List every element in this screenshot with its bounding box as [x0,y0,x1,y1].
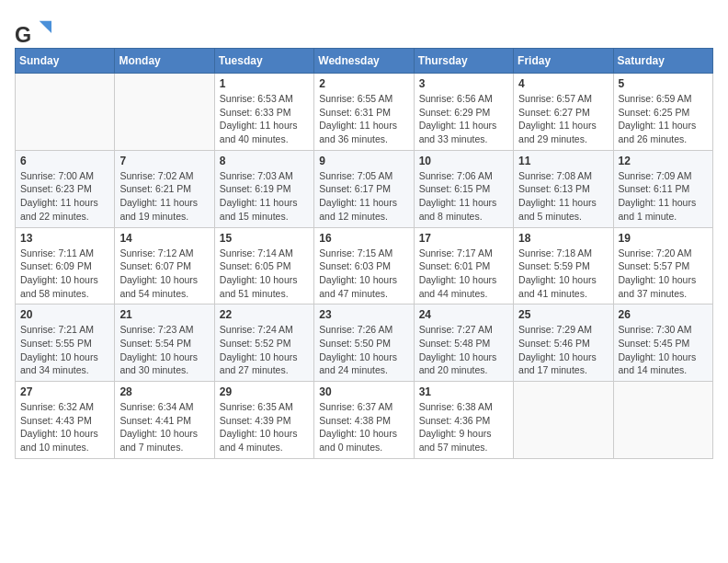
day-number: 25 [518,308,608,321]
day-number: 26 [619,308,708,321]
day-info: Sunrise: 6:53 AM Sunset: 6:33 PM Dayligh… [220,92,309,146]
day-info: Sunrise: 7:23 AM Sunset: 5:54 PM Dayligh… [119,323,209,377]
day-number: 13 [20,232,109,245]
day-info: Sunrise: 7:03 AM Sunset: 6:19 PM Dayligh… [220,169,309,224]
day-number: 16 [319,232,408,245]
calendar-header-row: SundayMondayTuesdayWednesdayThursdayFrid… [16,49,713,74]
day-info: Sunrise: 6:57 AM Sunset: 6:27 PM Dayligh… [518,92,608,146]
day-info: Sunrise: 7:24 AM Sunset: 5:52 PM Dayligh… [220,323,309,377]
day-info: Sunrise: 6:34 AM Sunset: 4:41 PM Dayligh… [119,400,209,454]
calendar-cell: 19Sunrise: 7:20 AM Sunset: 5:57 PM Dayli… [613,227,712,304]
day-number: 20 [20,308,109,321]
day-number: 10 [419,155,508,167]
day-number: 3 [419,77,508,90]
calendar-cell: 20Sunrise: 7:21 AM Sunset: 5:55 PM Dayli… [16,304,115,382]
calendar-cell: 26Sunrise: 7:30 AM Sunset: 5:45 PM Dayli… [613,304,712,382]
day-header-sunday: Sunday [16,49,115,74]
day-info: Sunrise: 6:59 AM Sunset: 6:25 PM Dayligh… [619,92,708,146]
day-number: 27 [20,385,109,398]
calendar-cell: 1Sunrise: 6:53 AM Sunset: 6:33 PM Daylig… [214,74,313,151]
day-number: 28 [119,385,209,398]
day-info: Sunrise: 7:08 AM Sunset: 6:13 PM Dayligh… [518,169,608,224]
day-info: Sunrise: 6:38 AM Sunset: 4:36 PM Dayligh… [419,400,508,454]
day-number: 14 [119,232,209,245]
calendar-cell: 13Sunrise: 7:11 AM Sunset: 6:09 PM Dayli… [16,227,115,304]
day-number: 8 [220,155,309,167]
calendar-cell: 15Sunrise: 7:14 AM Sunset: 6:05 PM Dayli… [214,227,313,304]
day-header-friday: Friday [514,49,613,74]
day-number: 29 [220,385,309,398]
calendar-cell: 24Sunrise: 7:27 AM Sunset: 5:48 PM Dayli… [414,304,513,382]
header: G [15,15,713,37]
day-number: 15 [220,232,309,245]
calendar-cell: 18Sunrise: 7:18 AM Sunset: 5:59 PM Dayli… [514,227,613,304]
day-info: Sunrise: 7:06 AM Sunset: 6:15 PM Dayligh… [419,169,508,224]
calendar-cell: 7Sunrise: 7:02 AM Sunset: 6:21 PM Daylig… [115,150,214,227]
day-number: 30 [319,385,408,398]
week-row-2: 6Sunrise: 7:00 AM Sunset: 6:23 PM Daylig… [16,150,713,227]
calendar-cell: 3Sunrise: 6:56 AM Sunset: 6:29 PM Daylig… [414,74,513,151]
day-number: 6 [20,155,109,167]
calendar-cell: 9Sunrise: 7:05 AM Sunset: 6:17 PM Daylig… [314,150,414,227]
calendar-cell: 31Sunrise: 6:38 AM Sunset: 4:36 PM Dayli… [414,382,513,459]
calendar-cell: 17Sunrise: 7:17 AM Sunset: 6:01 PM Dayli… [414,227,513,304]
calendar-cell: 21Sunrise: 7:23 AM Sunset: 5:54 PM Dayli… [115,304,214,382]
calendar-table: SundayMondayTuesdayWednesdayThursdayFrid… [15,48,713,459]
week-row-3: 13Sunrise: 7:11 AM Sunset: 6:09 PM Dayli… [16,227,713,304]
calendar-cell: 4Sunrise: 6:57 AM Sunset: 6:27 PM Daylig… [514,74,613,151]
svg-text:G: G [15,23,31,47]
day-info: Sunrise: 6:32 AM Sunset: 4:43 PM Dayligh… [20,400,109,454]
day-number: 5 [619,77,708,90]
calendar-cell: 28Sunrise: 6:34 AM Sunset: 4:41 PM Dayli… [115,382,214,459]
day-info: Sunrise: 7:15 AM Sunset: 6:03 PM Dayligh… [319,247,408,301]
day-info: Sunrise: 7:00 AM Sunset: 6:23 PM Dayligh… [20,169,109,224]
day-info: Sunrise: 7:27 AM Sunset: 5:48 PM Dayligh… [419,323,508,377]
day-info: Sunrise: 7:05 AM Sunset: 6:17 PM Dayligh… [319,169,408,224]
day-info: Sunrise: 7:20 AM Sunset: 5:57 PM Dayligh… [619,247,708,301]
day-number: 31 [419,385,508,398]
day-number: 2 [319,77,408,90]
calendar-cell: 16Sunrise: 7:15 AM Sunset: 6:03 PM Dayli… [314,227,414,304]
calendar-cell: 12Sunrise: 7:09 AM Sunset: 6:11 PM Dayli… [613,150,712,227]
calendar-cell: 22Sunrise: 7:24 AM Sunset: 5:52 PM Dayli… [214,304,313,382]
day-number: 23 [319,308,408,321]
svg-marker-1 [40,21,51,33]
calendar-cell: 14Sunrise: 7:12 AM Sunset: 6:07 PM Dayli… [115,227,214,304]
day-info: Sunrise: 7:21 AM Sunset: 5:55 PM Dayligh… [20,323,109,377]
week-row-5: 27Sunrise: 6:32 AM Sunset: 4:43 PM Dayli… [16,382,713,459]
day-number: 9 [319,155,408,167]
calendar-cell: 10Sunrise: 7:06 AM Sunset: 6:15 PM Dayli… [414,150,513,227]
day-info: Sunrise: 7:26 AM Sunset: 5:50 PM Dayligh… [319,323,408,377]
day-info: Sunrise: 7:02 AM Sunset: 6:21 PM Dayligh… [119,169,209,224]
day-info: Sunrise: 6:37 AM Sunset: 4:38 PM Dayligh… [319,400,408,454]
day-info: Sunrise: 7:12 AM Sunset: 6:07 PM Dayligh… [119,247,209,301]
day-number: 18 [518,232,608,245]
calendar-cell [613,382,712,459]
day-info: Sunrise: 7:11 AM Sunset: 6:09 PM Dayligh… [20,247,109,301]
day-info: Sunrise: 6:56 AM Sunset: 6:29 PM Dayligh… [419,92,508,146]
day-info: Sunrise: 6:55 AM Sunset: 6:31 PM Dayligh… [319,92,408,146]
day-header-thursday: Thursday [414,49,513,74]
calendar-cell: 8Sunrise: 7:03 AM Sunset: 6:19 PM Daylig… [214,150,313,227]
calendar-cell: 29Sunrise: 6:35 AM Sunset: 4:39 PM Dayli… [214,382,313,459]
week-row-1: 1Sunrise: 6:53 AM Sunset: 6:33 PM Daylig… [16,74,713,151]
calendar-cell: 5Sunrise: 6:59 AM Sunset: 6:25 PM Daylig… [613,74,712,151]
day-header-tuesday: Tuesday [214,49,313,74]
day-number: 17 [419,232,508,245]
logo-icon: G [15,15,37,37]
calendar-cell [115,74,214,151]
day-number: 1 [220,77,309,90]
day-header-wednesday: Wednesday [314,49,414,74]
day-info: Sunrise: 7:18 AM Sunset: 5:59 PM Dayligh… [518,247,608,301]
logo: G [15,15,40,37]
day-info: Sunrise: 7:30 AM Sunset: 5:45 PM Dayligh… [619,323,708,377]
day-info: Sunrise: 7:17 AM Sunset: 6:01 PM Dayligh… [419,247,508,301]
day-info: Sunrise: 7:29 AM Sunset: 5:46 PM Dayligh… [518,323,608,377]
day-number: 12 [619,155,708,167]
day-number: 7 [119,155,209,167]
day-number: 21 [119,308,209,321]
calendar-cell: 6Sunrise: 7:00 AM Sunset: 6:23 PM Daylig… [16,150,115,227]
week-row-4: 20Sunrise: 7:21 AM Sunset: 5:55 PM Dayli… [16,304,713,382]
day-number: 11 [518,155,608,167]
calendar-cell: 11Sunrise: 7:08 AM Sunset: 6:13 PM Dayli… [514,150,613,227]
